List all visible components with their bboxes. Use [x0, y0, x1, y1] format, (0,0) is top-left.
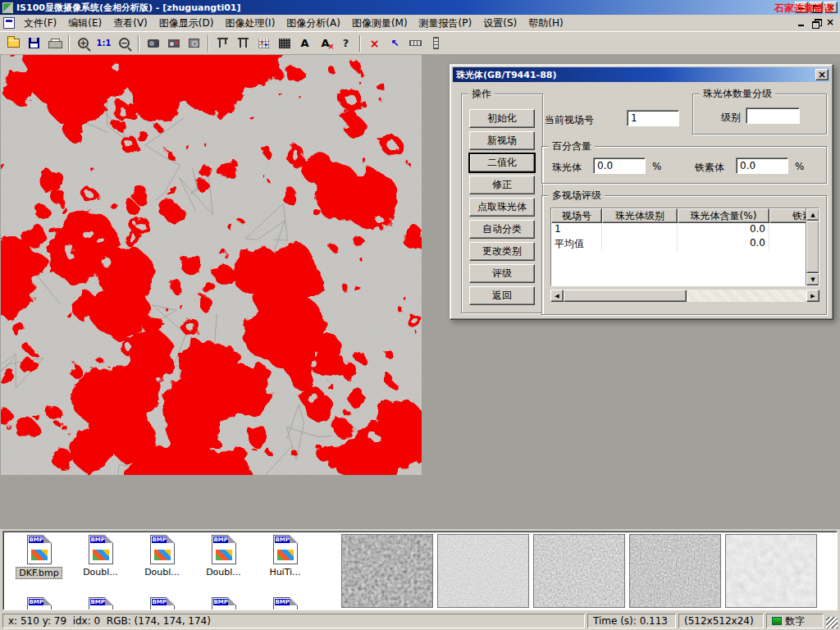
- grid-dark-button[interactable]: [274, 33, 294, 53]
- bmp-badge: BMP: [90, 536, 106, 543]
- op-button-pick-pearlite[interactable]: 点取珠光体: [469, 198, 535, 217]
- menu-item-view[interactable]: 查看(V): [107, 14, 153, 33]
- ferrite-input[interactable]: [736, 158, 788, 174]
- window-title: IS100显微摄像系统(金相分析版) - [zhuguangti01]: [16, 2, 241, 14]
- menu-item-image-display[interactable]: 图像显示(D): [153, 14, 220, 33]
- pearlite-input[interactable]: [593, 158, 646, 174]
- menu-item-help[interactable]: 帮助(H): [523, 14, 568, 33]
- menu-item-image-process[interactable]: 图像处理(I): [219, 14, 281, 33]
- menu-item-image-analysis[interactable]: 图像分析(A): [281, 14, 346, 33]
- scroll-right-icon[interactable]: [806, 290, 819, 302]
- help-button[interactable]: ?: [336, 33, 356, 53]
- scroll-track[interactable]: [687, 290, 806, 302]
- table-row[interactable]: 10.0: [551, 223, 806, 237]
- op-button-binarize[interactable]: 二值化: [469, 153, 535, 172]
- camera-button[interactable]: [163, 33, 184, 53]
- multifield-table: 视场号珠光体级别珠光体含量(%)铁素 10.0平均值0.0: [550, 208, 819, 286]
- column-header[interactable]: 珠光体含量(%): [678, 208, 769, 223]
- snapshot-button[interactable]: [184, 33, 204, 53]
- actual-size-button[interactable]: 1:1: [94, 33, 114, 53]
- bmp-file-icon: BMP: [27, 597, 52, 610]
- ruler-v-button[interactable]: [426, 33, 446, 53]
- mdi-close-icon[interactable]: [824, 17, 837, 29]
- time-status: Time (s): 0.113: [587, 614, 676, 628]
- specimen-thumbnail-1[interactable]: [341, 534, 433, 608]
- bmp-badge: BMP: [213, 599, 229, 605]
- caliper-alt-button[interactable]: [233, 33, 253, 53]
- file-item[interactable]: BMP: [8, 597, 70, 610]
- menu-item-file[interactable]: 文件(F): [18, 14, 62, 33]
- percent-group-label: 百分含量: [549, 140, 595, 153]
- picker-button[interactable]: ↖: [385, 33, 405, 53]
- table-horizontal-scrollbar[interactable]: [550, 290, 819, 302]
- table-vertical-scrollbar[interactable]: [806, 208, 819, 285]
- print-button[interactable]: [44, 33, 65, 53]
- save-button[interactable]: [24, 33, 44, 53]
- file-item[interactable]: BMP: [131, 597, 193, 610]
- file-browser-panel: BMPDKF.bmpBMPDoubl...BMPDoubl...BMPDoubl…: [0, 529, 840, 612]
- vertical-scroll-thumb[interactable]: [806, 221, 819, 273]
- specimen-thumbnail-5[interactable]: [725, 534, 817, 608]
- op-button-new-field[interactable]: 新视场: [469, 131, 535, 150]
- current-field-input[interactable]: [627, 110, 679, 126]
- digital-mode-icon: [772, 617, 782, 625]
- document-icon[interactable]: [3, 17, 15, 29]
- scroll-down-icon[interactable]: [806, 273, 819, 285]
- specimen-thumbnail-4[interactable]: [629, 534, 721, 608]
- table-cell: 1: [551, 223, 602, 237]
- table-row[interactable]: 平均值0.0: [551, 237, 806, 251]
- grid-overlay-button[interactable]: [253, 33, 274, 53]
- mdi-restore-icon[interactable]: [810, 17, 823, 29]
- open-button[interactable]: [3, 33, 24, 53]
- file-item[interactable]: BMPDoubl...: [193, 535, 254, 579]
- file-item[interactable]: BMPDoubl...: [70, 535, 131, 579]
- specimen-thumbnail-3[interactable]: [533, 534, 625, 608]
- op-button-return[interactable]: 返回: [469, 286, 535, 305]
- text-annotate-button[interactable]: A: [294, 33, 315, 53]
- op-button-change-class[interactable]: 更改类别: [469, 242, 535, 261]
- op-button-initialize[interactable]: 初始化: [469, 109, 535, 128]
- scroll-up-icon[interactable]: [806, 208, 819, 221]
- bmp-file-icon: BMP: [89, 535, 113, 564]
- file-item[interactable]: BMP: [193, 597, 254, 610]
- file-item[interactable]: BMPDKF.bmp: [8, 535, 70, 579]
- menu-item-measure-report[interactable]: 测量报告(P): [413, 14, 478, 33]
- micrograph-image[interactable]: [1, 55, 422, 475]
- caliper-button[interactable]: [212, 33, 233, 53]
- op-button-auto-classify[interactable]: 自动分类: [469, 220, 535, 239]
- bmp-file-icon: BMP: [27, 535, 52, 564]
- open-icon: [7, 39, 20, 48]
- menu-item-settings[interactable]: 设置(S): [477, 14, 523, 33]
- resize-grip[interactable]: [826, 617, 838, 628]
- level-input[interactable]: [746, 107, 800, 124]
- bmp-file-icon: BMP: [273, 597, 298, 610]
- file-item[interactable]: BMPHuiTi...: [254, 535, 316, 579]
- scroll-left-icon[interactable]: [550, 290, 564, 302]
- grading-group-label: 珠光体数量分级: [700, 88, 775, 100]
- dialog-close-icon[interactable]: [815, 69, 829, 80]
- menu-item-image-measure[interactable]: 图像测量(M): [346, 14, 413, 33]
- file-item[interactable]: BMP: [254, 597, 316, 610]
- video-camera-button[interactable]: [143, 33, 163, 53]
- zoom-in-button[interactable]: +: [73, 33, 94, 53]
- cut-button[interactable]: ×: [364, 33, 385, 53]
- ruler-h-button[interactable]: [405, 33, 426, 53]
- zoom-out-button[interactable]: −: [114, 33, 135, 53]
- text-delete-button[interactable]: A: [315, 33, 336, 53]
- op-button-correct[interactable]: 修正: [469, 176, 535, 194]
- specimen-thumbnail-2[interactable]: [437, 534, 529, 608]
- thumbnail-strip: [341, 534, 817, 608]
- column-header[interactable]: 铁素: [769, 208, 806, 223]
- table-cell: [602, 223, 678, 237]
- mdi-minimize-icon[interactable]: [796, 17, 809, 29]
- column-header[interactable]: 视场号: [551, 208, 602, 223]
- dialog-title-bar[interactable]: 珠光体(GB/T9441-88): [453, 67, 830, 82]
- menu-item-edit[interactable]: 编辑(E): [62, 14, 107, 33]
- file-item[interactable]: BMPDoubl...: [131, 535, 193, 579]
- text-delete-icon: A: [321, 38, 329, 48]
- picker-icon: ↖: [390, 39, 399, 48]
- column-header[interactable]: 珠光体级别: [602, 208, 678, 223]
- horizontal-scroll-thumb[interactable]: [564, 290, 687, 302]
- op-button-rate[interactable]: 评级: [469, 264, 535, 283]
- file-item[interactable]: BMP: [70, 597, 131, 610]
